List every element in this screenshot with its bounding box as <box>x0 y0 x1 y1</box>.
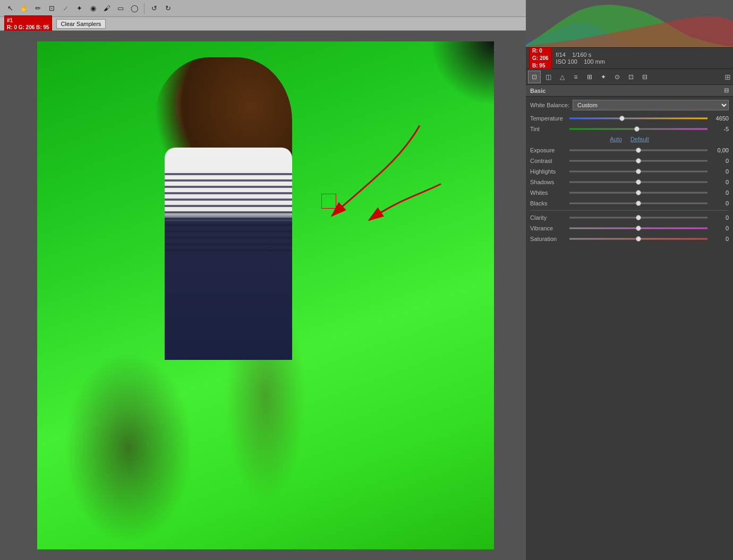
temperature-thumb[interactable] <box>619 116 625 121</box>
tint-label: Tint <box>530 126 567 132</box>
temperature-slider-track[interactable] <box>569 115 708 122</box>
divider-1 <box>530 210 729 211</box>
tool-spot[interactable]: ✦ <box>73 3 85 14</box>
panel-icon-hsl[interactable]: ≡ <box>569 71 582 83</box>
highlights-row: Highlights 0 <box>530 168 729 175</box>
whites-thumb[interactable] <box>636 190 641 195</box>
highlights-slider-track[interactable] <box>569 168 708 175</box>
panel-icon-split[interactable]: ⊞ <box>583 71 596 83</box>
vibrance-value: 0 <box>710 225 729 231</box>
default-button[interactable]: Default <box>630 136 649 142</box>
tool-eyedropper[interactable]: ✏ <box>32 3 44 14</box>
exif-info: f/14 1/160 s ISO 100 100 mm <box>556 51 605 65</box>
photo-dark-corner <box>430 41 494 105</box>
clarity-label: Clarity <box>530 214 567 221</box>
auto-default-row: Auto Default <box>530 136 729 142</box>
basic-section-header: Basic ⊟ <box>526 85 733 97</box>
focal-value: 100 mm <box>584 58 605 65</box>
contrast-slider-track[interactable] <box>569 157 708 165</box>
clarity-row: Clarity 0 <box>530 214 729 221</box>
g-value: G: 206 <box>532 55 549 62</box>
panel-expand-icon[interactable]: ⊞ <box>725 73 731 81</box>
sampler-bar: #1 R: 0 G: 206 B: 95 Clear Samplers <box>0 17 526 31</box>
sampler-r: R: 0 <box>7 24 17 30</box>
exposure-value: 0,00 <box>710 147 729 153</box>
tool-brush[interactable]: 🖌 <box>101 3 113 14</box>
clear-samplers-button[interactable]: Clear Samplers <box>56 19 106 29</box>
shadows-label: Shadows <box>530 179 567 185</box>
saturation-label: Saturation <box>530 236 567 242</box>
rgb-values-box: R: 0 G: 206 B: 95 <box>529 46 552 71</box>
sampler-g: G: 206 <box>19 24 35 30</box>
shadows-slider-track[interactable] <box>569 178 708 186</box>
saturation-value: 0 <box>710 236 729 242</box>
clarity-value: 0 <box>710 214 729 221</box>
basic-expand-icon[interactable]: ⊟ <box>724 87 729 94</box>
whites-row: Whites 0 <box>530 189 729 196</box>
blacks-value: 0 <box>710 200 729 206</box>
saturation-row: Saturation 0 <box>530 235 729 243</box>
tint-value: -5 <box>710 126 729 132</box>
white-balance-label: White Balance: <box>530 102 573 108</box>
blacks-slider-track[interactable] <box>569 200 708 207</box>
tool-gradient[interactable]: ▭ <box>115 3 126 14</box>
panel-icon-histogram[interactable]: ⊡ <box>528 71 541 83</box>
whites-slider-track[interactable] <box>569 189 708 196</box>
sampler-b: B: 95 <box>36 24 49 30</box>
tool-arrow[interactable]: ↖ <box>4 3 16 14</box>
tool-hand[interactable]: ✋ <box>18 3 30 14</box>
contrast-thumb[interactable] <box>636 158 641 163</box>
temperature-row: Temperature 4650 <box>530 115 729 122</box>
color-info-bar: R: 0 G: 206 B: 95 f/14 1/160 s ISO 100 1… <box>526 48 733 69</box>
shadows-thumb[interactable] <box>636 179 641 185</box>
vibrance-thumb[interactable] <box>636 226 641 231</box>
tool-redo[interactable]: ↻ <box>162 3 174 14</box>
blacks-label: Blacks <box>530 200 567 206</box>
tint-thumb[interactable] <box>634 126 640 132</box>
blacks-thumb[interactable] <box>636 201 641 206</box>
saturation-slider-track[interactable] <box>569 235 708 243</box>
exif-bottom: ISO 100 100 mm <box>556 58 605 65</box>
panel-icon-tone[interactable]: △ <box>556 71 568 83</box>
exposure-slider-track[interactable] <box>569 147 708 154</box>
tint-slider-track[interactable] <box>569 125 708 133</box>
clarity-thumb[interactable] <box>636 215 641 220</box>
exposure-thumb[interactable] <box>636 148 641 153</box>
contrast-row: Contrast 0 <box>530 157 729 165</box>
shutter-value: 1/160 s <box>572 51 591 58</box>
whites-value: 0 <box>710 189 729 196</box>
panel-icon-basic[interactable]: ◫ <box>542 71 555 83</box>
tool-straighten[interactable]: ⟋ <box>59 3 71 14</box>
sampler-crosshair-label: 1 <box>333 202 335 207</box>
highlights-thumb[interactable] <box>636 169 641 174</box>
auto-button[interactable]: Auto <box>610 136 622 142</box>
blacks-row: Blacks 0 <box>530 200 729 207</box>
saturation-thumb[interactable] <box>636 236 641 242</box>
white-balance-row: White Balance: Custom As Shot Auto Dayli… <box>530 100 729 110</box>
shadows-row: Shadows 0 <box>530 178 729 186</box>
panel-icon-detail[interactable]: ✦ <box>597 71 610 83</box>
white-balance-select[interactable]: Custom As Shot Auto Daylight Cloudy Shad… <box>573 100 729 110</box>
temperature-label: Temperature <box>530 115 567 122</box>
vibrance-label: Vibrance <box>530 225 567 231</box>
shadows-value: 0 <box>710 179 729 185</box>
toolbar-separator-1 <box>144 3 144 14</box>
tool-undo[interactable]: ↺ <box>148 3 160 14</box>
contrast-value: 0 <box>710 158 729 164</box>
sampler-crosshair[interactable]: 1 <box>321 194 336 209</box>
vibrance-slider-track[interactable] <box>569 225 708 232</box>
clarity-slider-track[interactable] <box>569 214 708 221</box>
contrast-label: Contrast <box>530 158 567 164</box>
tool-redeye[interactable]: ◉ <box>87 3 99 14</box>
panel-icons-row: ⊡ ◫ △ ≡ ⊞ ✦ ⊙ ⊡ ⊟ ⊞ <box>526 69 733 85</box>
highlights-value: 0 <box>710 168 729 175</box>
panel-icon-effects[interactable]: ⊡ <box>625 71 637 83</box>
tool-radial[interactable]: ◯ <box>129 3 140 14</box>
sampler-info: #1 R: 0 G: 206 B: 95 <box>4 15 52 32</box>
r-value: R: 0 <box>532 47 549 55</box>
tool-crop[interactable]: ⊡ <box>46 3 57 14</box>
panel-icon-lens[interactable]: ⊙ <box>611 71 624 83</box>
panel-icon-camera[interactable]: ⊟ <box>638 71 651 83</box>
temperature-value: 4650 <box>710 115 729 122</box>
b-value: B: 95 <box>532 62 549 70</box>
